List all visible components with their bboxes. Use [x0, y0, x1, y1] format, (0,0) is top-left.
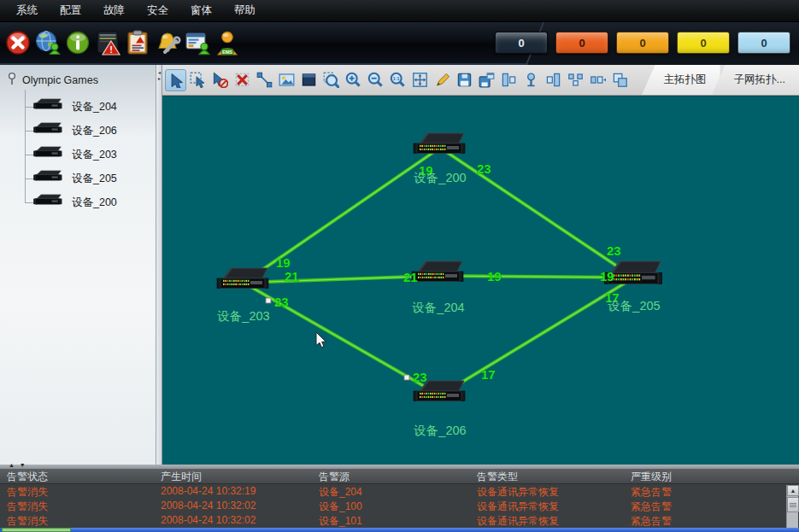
- scrollbar-thumb[interactable]: [787, 497, 799, 512]
- distribute-tool-button[interactable]: [565, 69, 586, 91]
- alarm-counter-2[interactable]: 0: [616, 32, 669, 54]
- alarm-cell: 设备_101: [312, 513, 470, 528]
- export-tool-icon: [479, 72, 495, 88]
- device-icon: [32, 122, 65, 136]
- alarm-cell: 2008-04-24 10:32:02: [154, 513, 312, 528]
- mouse-cursor: [316, 332, 326, 348]
- menu-item-4[interactable]: 窗体: [179, 0, 223, 21]
- tree-root-label: Olympic Games: [22, 74, 98, 86]
- distribute-h-tool-icon: [590, 72, 606, 88]
- taskbar-bar-peek: [71, 528, 799, 532]
- tree-root-node[interactable]: Olympic Games: [0, 65, 156, 88]
- sidebar-item---_203[interactable]: 设备_203: [0, 143, 156, 167]
- layers-tool-button[interactable]: [609, 69, 631, 91]
- zoom-out-tool-button[interactable]: [365, 69, 386, 91]
- port-label: 23: [413, 370, 427, 384]
- topology-map-button[interactable]: [33, 25, 62, 61]
- node-label: 设备_206: [413, 424, 466, 437]
- add-panel-tool-button[interactable]: [298, 69, 320, 91]
- topology-tab-1[interactable]: 子网拓扑...: [712, 65, 799, 96]
- distribute-h-tool-button[interactable]: [587, 69, 608, 91]
- alarm-table-header: 告警状态产生时间告警源告警类型严重级别: [0, 469, 799, 484]
- topology-tabs: 主拓扑图子网拓扑...: [650, 65, 799, 96]
- menu-item-1[interactable]: 配置: [49, 0, 92, 21]
- splitter-collapse-icon[interactable]: ▲ ▼: [9, 462, 27, 468]
- alarm-table-scrollbar[interactable]: ▲: [786, 485, 798, 528]
- info-button[interactable]: [63, 25, 92, 61]
- alarm-column-header-3[interactable]: 告警类型: [470, 469, 624, 483]
- port-label: 23: [477, 161, 491, 176]
- alarm-row-0[interactable]: 告警消失2008-04-24 10:32:19设备_204设备通讯异常恢复紧急告…: [0, 484, 799, 499]
- taskbar-start-peek: [2, 528, 71, 532]
- alarm-counter-3[interactable]: 0: [677, 32, 730, 54]
- device-node-icon[interactable]: [414, 133, 465, 154]
- fault-panel-button[interactable]: !: [93, 25, 122, 61]
- globe-user-icon: [34, 29, 62, 56]
- vertical-splitter[interactable]: ◂▸: [156, 65, 162, 465]
- alarm-counter-4[interactable]: 0: [737, 32, 790, 54]
- alarm-cell: 设备通讯异常恢复: [470, 499, 624, 513]
- device-node-icon[interactable]: [412, 261, 463, 282]
- delete-tool-button[interactable]: [232, 69, 253, 91]
- anchor-tool-button[interactable]: [520, 69, 542, 91]
- alarm-counter-1[interactable]: 0: [555, 32, 608, 54]
- sidebar-item---_200[interactable]: 设备_200: [0, 190, 156, 214]
- alarm-cell: 告警消失: [0, 513, 154, 528]
- add-image-tool-button[interactable]: [276, 69, 297, 91]
- align-left-tool-button[interactable]: [498, 69, 520, 91]
- alarm-row-1[interactable]: 告警消失2008-04-24 10:32:02设备_100设备通讯异常恢复紧急告…: [0, 499, 799, 513]
- edit-link-tool-button[interactable]: [432, 69, 453, 91]
- fit-view-tool-icon: [412, 72, 428, 88]
- menu-item-5[interactable]: 帮助: [223, 0, 267, 21]
- device-node-icon[interactable]: [217, 268, 268, 289]
- exit-button[interactable]: [3, 25, 32, 61]
- distribute-tool-icon: [567, 72, 584, 88]
- sidebar-item---_206[interactable]: 设备_206: [0, 119, 156, 143]
- alarm-column-header-0[interactable]: 告警状态: [0, 469, 154, 483]
- sidebar-item---_205[interactable]: 设备_205: [0, 167, 156, 190]
- tree-root-pin-icon: [7, 72, 17, 85]
- alarm-counter-0[interactable]: 0: [495, 32, 548, 54]
- sidebar-item---_204[interactable]: 设备_204: [0, 95, 156, 119]
- node-label: 设备_200: [413, 171, 466, 184]
- zoom-in-tool-button[interactable]: [343, 69, 364, 91]
- select-off-tool-button[interactable]: [209, 69, 231, 91]
- scroll-up-button[interactable]: ▲: [787, 485, 799, 496]
- ems-user-button[interactable]: EMS: [213, 25, 242, 61]
- device-manager-button[interactable]: [183, 25, 212, 61]
- select-tool-button[interactable]: [165, 69, 186, 91]
- topology-tab-0[interactable]: 主拓扑图: [642, 65, 720, 96]
- device-label: 设备_204: [72, 100, 117, 114]
- alarm-column-header-2[interactable]: 告警源: [312, 469, 470, 483]
- menu-item-3[interactable]: 安全: [136, 0, 179, 21]
- export-tool-button[interactable]: [476, 69, 497, 91]
- svg-text:!: !: [109, 44, 113, 55]
- topology-canvas[interactable]: 191923232121191923231717设备_200设备_203设备_2…: [162, 96, 799, 465]
- select-tool-icon: [167, 72, 184, 88]
- alarm-column-header-1[interactable]: 产生时间: [154, 469, 312, 483]
- alarm-log-button[interactable]: [123, 25, 152, 61]
- port-label: 21: [285, 269, 299, 284]
- menu-item-2[interactable]: 故障: [92, 0, 136, 21]
- zoom-region-tool-button[interactable]: [320, 69, 342, 91]
- tree-connector: [25, 178, 33, 179]
- port-label: 17: [481, 367, 496, 382]
- save-tool-button[interactable]: [454, 69, 475, 91]
- alarm-cell: 告警消失: [0, 499, 154, 513]
- alarm-counter-panel: 00000: [495, 32, 790, 54]
- marquee-select-tool-button[interactable]: [187, 69, 209, 91]
- menu-item-0[interactable]: 系统: [5, 0, 49, 21]
- alarm-row-2[interactable]: 告警消失2008-04-24 10:32:02设备_101设备通讯异常恢复紧急告…: [0, 513, 799, 528]
- alarm-column-header-4[interactable]: 严重级别: [624, 469, 787, 483]
- fit-view-tool-button[interactable]: [409, 69, 431, 91]
- anchor-tool-icon: [523, 72, 539, 88]
- delete-tool-icon: [234, 72, 250, 88]
- alarm-settings-button[interactable]: [153, 25, 182, 61]
- link-selection-handle[interactable]: [404, 375, 409, 380]
- zoom-ratio-tool-button[interactable]: 1:1: [387, 69, 408, 91]
- align-right-tool-button[interactable]: [543, 69, 564, 91]
- splitter-collapse-icon[interactable]: ◂▸: [156, 70, 162, 82]
- link-selection-handle[interactable]: [266, 298, 271, 303]
- zoom-ratio-tool-icon: 1:1: [390, 72, 406, 88]
- add-link-tool-button[interactable]: [254, 69, 275, 91]
